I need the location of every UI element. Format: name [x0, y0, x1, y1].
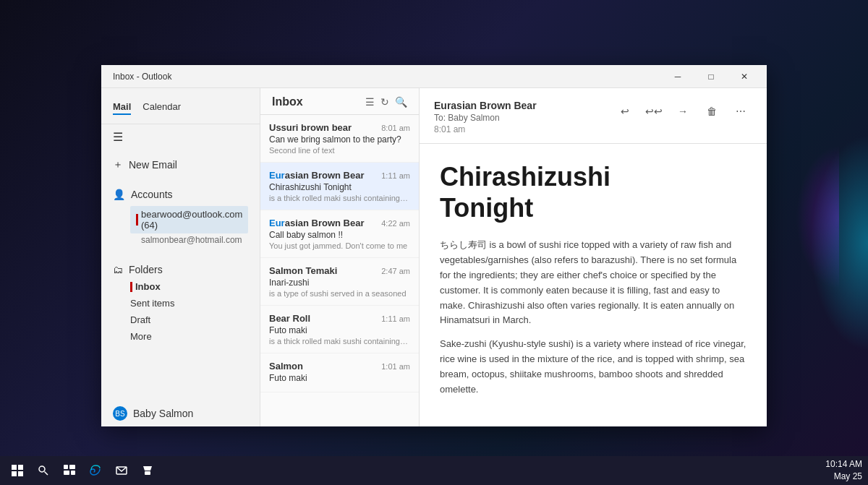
search-icon[interactable]: 🔍	[395, 96, 407, 108]
email-list-header: Inbox ☰ ↻ 🔍	[260, 88, 419, 115]
new-email-label: New Email	[129, 159, 177, 171]
hamburger-menu-icon[interactable]: ☰	[101, 124, 260, 150]
sidebar-nav: Mail Calendar	[113, 97, 248, 118]
email-sender: Eurasian Brown Bear	[269, 170, 365, 181]
task-view-button[interactable]	[58, 459, 81, 482]
svg-rect-1	[18, 465, 23, 470]
email-sender: Eurasian Brown Bear	[269, 218, 365, 228]
email-time: 2:47 am	[381, 267, 410, 275]
desktop: Inbox - Outlook ─ □ ✕ Mail Calendar ☰	[0, 0, 868, 485]
primary-account-row: bearwood@outlook.com (64)	[130, 206, 248, 233]
email-time: 8:01 am	[381, 124, 410, 132]
window-title: Inbox - Outlook	[113, 72, 171, 82]
email-subject: Can we bring salmon to the party?	[269, 134, 410, 145]
secondary-account-email: salmonbear@hotmail.com	[130, 233, 248, 246]
reading-body: Chirashizushi Tonight ちらし寿司 is a bowl of…	[420, 144, 767, 426]
folders-section: 🗂 Folders Inbox Sent items Draft More	[101, 255, 260, 351]
inbox-label: Inbox	[135, 281, 161, 292]
edge-icon[interactable]	[84, 459, 107, 482]
body-paragraph-2: Sake-zushi (Kyushu-style sushi) is a var…	[440, 337, 746, 397]
email-sender: Salmon	[269, 361, 303, 372]
email-list-item[interactable]: Salmon Temaki 2:47 am Inari-zushi is a t…	[260, 258, 419, 306]
svg-line-5	[45, 472, 48, 476]
inbox-folder[interactable]: Inbox	[113, 278, 248, 295]
svg-point-4	[39, 466, 45, 472]
taskbar-date: May 25	[825, 471, 862, 483]
draft-folder[interactable]: Draft	[113, 312, 248, 328]
forward-button[interactable]: →	[671, 100, 694, 123]
primary-account-item[interactable]: bearwood@outlook.com (64) salmonbear@hot…	[113, 203, 248, 249]
email-list-item[interactable]: Salmon 1:01 am Futo maki	[260, 353, 419, 392]
email-headline: Chirashizushi Tonight	[440, 161, 746, 223]
email-sender: Ussuri brown bear	[269, 122, 352, 133]
email-list-item[interactable]: Eurasian Brown Bear 4:22 am Call baby sa…	[260, 210, 419, 258]
baby-salmon-avatar: BS	[113, 406, 127, 421]
baby-salmon-section[interactable]: BS Baby Salmon	[101, 400, 260, 426]
reading-pane: Eurasian Brown Bear To: Baby Salmon 8:01…	[420, 88, 767, 426]
reading-header: Eurasian Brown Bear To: Baby Salmon 8:01…	[420, 88, 767, 144]
email-subject: Futo maki	[269, 325, 410, 335]
email-meta: Eurasian Brown Bear To: Baby Salmon 8:01…	[434, 100, 613, 134]
email-from: Eurasian Brown Bear	[434, 100, 613, 111]
accounts-label: Accounts	[131, 189, 173, 200]
folders-label: Folders	[129, 264, 163, 275]
search-taskbar-button[interactable]	[32, 459, 55, 482]
svg-rect-8	[64, 471, 69, 475]
taskbar-left	[6, 459, 159, 482]
svg-rect-9	[71, 471, 75, 475]
close-button[interactable]: ✕	[728, 65, 761, 88]
more-actions-button[interactable]: ⋯	[729, 100, 752, 123]
taskbar: 10:14 AM May 25	[0, 456, 868, 485]
email-list-container: Ussuri brown bear 8:01 am Can we bring s…	[260, 115, 419, 392]
sent-folder[interactable]: Sent items	[113, 295, 248, 312]
email-time: 4:22 am	[381, 219, 410, 228]
minimize-button[interactable]: ─	[661, 65, 694, 88]
email-list-actions: ☰ ↻ 🔍	[365, 96, 407, 108]
title-bar: Inbox - Outlook ─ □ ✕	[101, 65, 767, 88]
accounts-button[interactable]: 👤 Accounts	[113, 186, 248, 203]
baby-salmon-label: Baby Salmon	[133, 408, 193, 419]
email-preview: is a thick rolled maki sushi containing …	[269, 194, 410, 202]
sidebar-nav-calendar[interactable]: Calendar	[142, 100, 181, 115]
accounts-section: 👤 Accounts bearwood@outlook.com (64) sal…	[101, 180, 260, 255]
sidebar-nav-mail[interactable]: Mail	[113, 100, 131, 115]
outlook-window: Inbox - Outlook ─ □ ✕ Mail Calendar ☰	[101, 65, 767, 426]
delete-button[interactable]: 🗑	[700, 100, 723, 123]
svg-rect-11	[145, 471, 150, 475]
email-to: To: Baby Salmon	[434, 113, 613, 123]
folders-button[interactable]: 🗂 Folders	[113, 261, 248, 278]
headline-line1: Chirashizushi	[440, 162, 610, 192]
email-preview: is a type of sushi served in a seasoned	[269, 289, 410, 298]
taskbar-clock[interactable]: 10:14 AM May 25	[825, 458, 862, 483]
taskbar-right: 10:14 AM May 25	[825, 458, 862, 483]
new-email-button[interactable]: ＋ New Email	[113, 155, 248, 174]
email-list-item[interactable]: Ussuri brown bear 8:01 am Can we bring s…	[260, 115, 419, 163]
reply-button[interactable]: ↩	[613, 100, 637, 123]
reply-all-button[interactable]: ↩↩	[642, 100, 665, 123]
maximize-button[interactable]: □	[694, 65, 728, 88]
sidebar-actions: ＋ New Email	[101, 150, 260, 180]
svg-rect-6	[64, 465, 68, 469]
svg-rect-7	[69, 465, 75, 469]
email-time: 1:01 am	[381, 362, 410, 371]
email-list-item[interactable]: Bear Roll 1:11 am Futo maki is a thick r…	[260, 306, 419, 353]
svg-rect-0	[12, 465, 17, 470]
sidebar-header: Mail Calendar	[101, 88, 260, 124]
email-list-panel: Inbox ☰ ↻ 🔍 Ussuri brown bear 8:01 am Ca…	[260, 88, 420, 426]
primary-account-email: bearwood@outlook.com (64)	[141, 209, 242, 231]
start-button[interactable]	[6, 459, 29, 482]
more-folders[interactable]: More	[113, 328, 248, 345]
email-subject: Chirashizushi Tonight	[269, 182, 410, 192]
store-icon[interactable]	[136, 459, 159, 482]
plus-icon: ＋	[113, 158, 123, 171]
email-list-item[interactable]: Eurasian Brown Bear 1:11 am Chirashizush…	[260, 163, 419, 210]
email-preview: You just got jammed. Don't come to me	[269, 241, 410, 250]
refresh-icon[interactable]: ↻	[380, 96, 389, 108]
mail-taskbar-icon[interactable]	[110, 459, 133, 482]
person-icon: 👤	[113, 189, 125, 200]
filter-icon[interactable]: ☰	[365, 96, 375, 108]
inbox-title: Inbox	[272, 95, 303, 108]
reading-actions: ↩ ↩↩ → 🗑 ⋯	[613, 100, 752, 123]
svg-rect-3	[18, 471, 23, 476]
window-controls: ─ □ ✕	[661, 65, 761, 88]
